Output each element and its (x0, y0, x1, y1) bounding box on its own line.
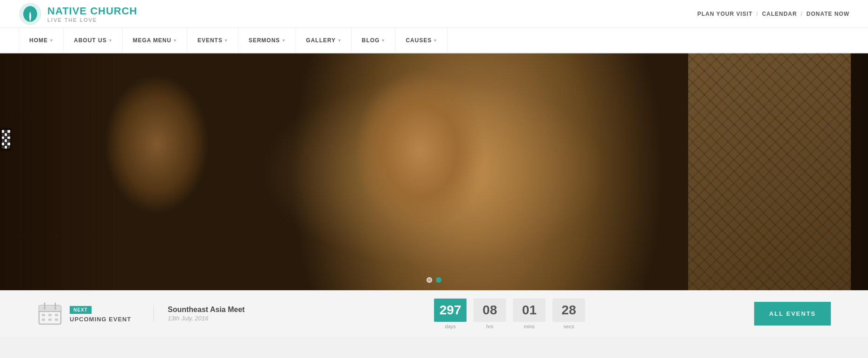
nav-sermons[interactable]: SERMONS ▾ (238, 27, 296, 53)
top-navigation: PLAN YOUR VISIT / CALENDAR / DONATE NOW (697, 11, 849, 17)
chevron-down-icon: ▾ (338, 38, 341, 43)
all-events-button[interactable]: ALL EVENTS (754, 302, 831, 325)
chevron-down-icon: ▾ (382, 38, 385, 43)
hrs-label: hrs (487, 324, 493, 329)
logo-text: NATIVE CHURCH LIVE THE LOVE (47, 5, 138, 23)
secs-label: secs (564, 324, 574, 329)
nav-mega-label: MEGA MENU (133, 37, 171, 44)
next-badge: NEXT (70, 306, 92, 314)
mins-label: mins (524, 324, 535, 329)
countdown-days: 297 days (434, 299, 467, 329)
logo[interactable]: NATIVE CHURCH LIVE THE LOVE (19, 2, 138, 26)
event-date: 13th July, 2016 (168, 315, 265, 322)
event-bar: NEXT UPCOMING EVENT Sountheast Asia Meet… (0, 290, 868, 337)
hero-pattern (0, 128, 12, 151)
nav-sermons-label: SERMONS (249, 37, 280, 44)
nav-about-label: ABOUT US (74, 37, 107, 44)
nav-separator-2: / (801, 11, 802, 17)
countdown-secs: 28 secs (552, 299, 585, 329)
plan-visit-link[interactable]: PLAN YOUR VISIT (697, 11, 753, 17)
svg-rect-7 (48, 314, 52, 316)
chevron-down-icon: ▾ (283, 38, 285, 43)
calendar-icon (37, 301, 63, 326)
donate-link[interactable]: DONATE NOW (807, 11, 849, 17)
chevron-down-icon: ▾ (174, 38, 177, 43)
nav-home-label: HOME (29, 37, 48, 44)
mins-value: 01 (513, 299, 546, 322)
countdown-mins: 01 mins (513, 299, 546, 329)
event-icon-area: NEXT UPCOMING EVENT (37, 301, 139, 326)
nav-blog-label: BLOG (362, 37, 380, 44)
chevron-down-icon: ▾ (225, 38, 228, 43)
hero-section (0, 53, 868, 290)
days-label: days (445, 324, 456, 329)
brand-subtitle: LIVE THE LOVE (47, 17, 138, 23)
top-bar: NATIVE CHURCH LIVE THE LOVE PLAN YOUR VI… (0, 0, 868, 28)
chevron-down-icon: ▾ (434, 38, 437, 43)
svg-rect-9 (42, 319, 45, 321)
nav-causes-label: CAUSES (406, 37, 432, 44)
svg-rect-11 (55, 319, 58, 321)
svg-rect-2 (39, 306, 61, 312)
logo-icon (19, 2, 42, 26)
nav-events[interactable]: EVENTS ▾ (187, 27, 238, 53)
upcoming-event-label-group: NEXT UPCOMING EVENT (70, 305, 131, 323)
svg-rect-6 (42, 314, 45, 316)
nav-causes[interactable]: CAUSES ▾ (395, 27, 447, 53)
days-value: 297 (434, 299, 467, 322)
brand-name: NATIVE CHURCH (47, 5, 138, 17)
nav-about[interactable]: ABOUT US ▾ (64, 27, 123, 53)
countdown-hrs: 08 hrs (473, 299, 506, 329)
nav-mega-menu[interactable]: MEGA MENU ▾ (123, 27, 187, 53)
chevron-down-icon: ▾ (50, 38, 53, 43)
event-details: Sountheast Asia Meet 13th July, 2016 (153, 306, 265, 322)
calendar-link[interactable]: CALENDAR (762, 11, 797, 17)
nav-home[interactable]: HOME ▾ (19, 27, 64, 53)
upcoming-label: UPCOMING EVENT (70, 316, 131, 323)
svg-rect-8 (55, 314, 58, 316)
chevron-down-icon: ▾ (109, 38, 112, 43)
svg-rect-10 (48, 319, 52, 321)
nav-blog[interactable]: BLOG ▾ (352, 27, 396, 53)
nav-separator-1: / (756, 11, 758, 17)
nav-gallery[interactable]: GALLERY ▾ (296, 27, 352, 53)
main-navigation: HOME ▾ ABOUT US ▾ MEGA MENU ▾ EVENTS ▾ S… (0, 28, 868, 53)
event-name: Sountheast Asia Meet (168, 306, 265, 314)
nav-events-label: EVENTS (197, 37, 223, 44)
secs-value: 28 (552, 299, 585, 322)
hrs-value: 08 (473, 299, 506, 322)
nav-gallery-label: GALLERY (306, 37, 336, 44)
countdown-area: 297 days 08 hrs 01 mins 28 secs (279, 299, 740, 329)
